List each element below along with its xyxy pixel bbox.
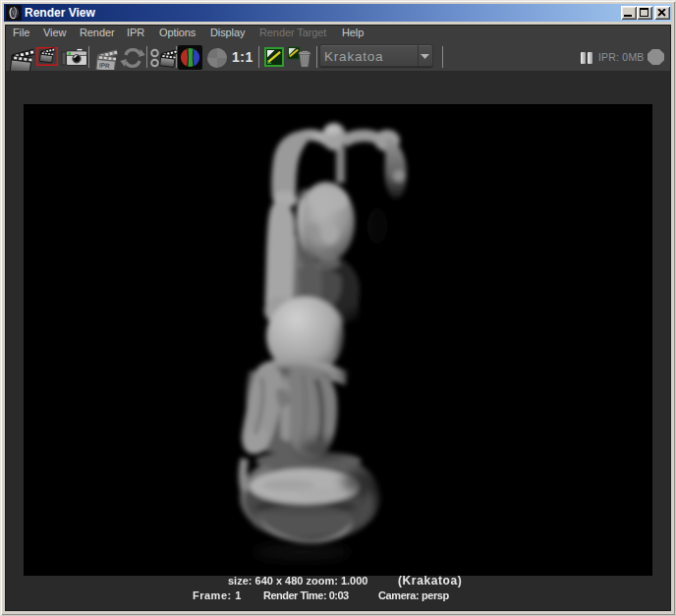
- svg-text:IPR: IPR: [99, 61, 111, 69]
